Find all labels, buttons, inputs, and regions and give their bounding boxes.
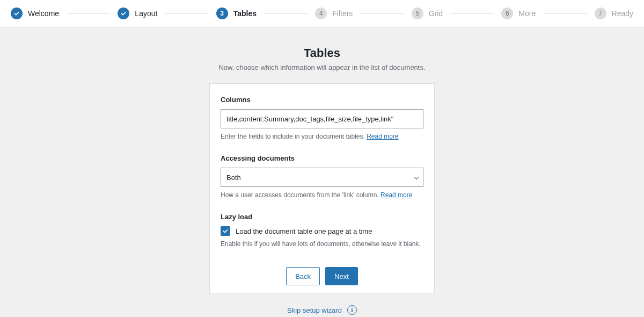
columns-read-more-link[interactable]: Read more — [367, 133, 398, 140]
step-divider — [264, 13, 308, 14]
next-button[interactable]: Next — [325, 267, 358, 285]
back-button[interactable]: Back — [286, 267, 320, 285]
step-label: Tables — [233, 9, 257, 18]
wizard-stepper: Welcome Layout 3 Tables 4 Filters 5 Grid… — [0, 0, 644, 27]
step-welcome[interactable]: Welcome — [11, 8, 59, 19]
step-divider — [543, 13, 587, 14]
skip-wizard-link[interactable]: Skip setup wizard — [287, 306, 342, 314]
step-label: Welcome — [28, 9, 59, 18]
columns-input[interactable] — [221, 109, 423, 128]
accessing-select[interactable]: Both — [221, 168, 423, 187]
step-divider — [67, 13, 110, 14]
step-filters: 4 Filters — [315, 8, 353, 19]
step-number: 3 — [216, 8, 228, 19]
step-label: Grid — [429, 9, 443, 18]
check-icon — [118, 8, 129, 19]
lazy-label: Lazy load — [221, 213, 423, 221]
accessing-section: Accessing documents Both How a user acce… — [221, 154, 423, 199]
page-title: Tables — [0, 46, 644, 60]
step-number: 4 — [315, 8, 327, 19]
lazy-checkbox-label: Load the document table one page at a ti… — [236, 227, 372, 235]
check-icon — [11, 8, 23, 19]
accessing-help: How a user accesses documents from the '… — [221, 191, 423, 199]
wizard-body: Tables Now, choose which information wil… — [0, 27, 644, 315]
lazy-help: Enable this if you will have lots of doc… — [221, 240, 423, 248]
step-layout[interactable]: Layout — [118, 8, 157, 19]
step-tables[interactable]: 3 Tables — [216, 8, 257, 19]
settings-card: Columns Enter the fields to include in y… — [209, 83, 435, 260]
step-divider — [360, 13, 404, 14]
columns-section: Columns Enter the fields to include in y… — [221, 96, 423, 140]
step-more: 6 More — [501, 8, 536, 19]
step-number: 6 — [501, 8, 513, 19]
columns-label: Columns — [221, 96, 423, 104]
columns-help: Enter the fields to include in your docu… — [221, 133, 423, 140]
accessing-label: Accessing documents — [221, 154, 423, 162]
step-label: Layout — [135, 9, 157, 18]
step-grid: 5 Grid — [412, 8, 443, 19]
step-divider — [450, 13, 494, 14]
page-subtitle: Now, choose which information will appea… — [0, 63, 644, 71]
card-footer: Back Next — [209, 260, 435, 293]
lazy-section: Lazy load Load the document table one pa… — [221, 213, 423, 248]
step-label: Ready — [612, 9, 633, 18]
step-number: 5 — [412, 8, 423, 19]
step-number: 7 — [595, 8, 606, 19]
skip-row: Skip setup wizard i — [0, 305, 644, 315]
accessing-read-more-link[interactable]: Read more — [380, 191, 412, 199]
step-label: More — [518, 9, 536, 18]
step-ready: 7 Ready — [595, 8, 633, 19]
lazy-checkbox[interactable] — [221, 226, 230, 236]
step-divider — [165, 13, 208, 14]
step-label: Filters — [332, 9, 353, 18]
info-icon[interactable]: i — [347, 305, 357, 315]
